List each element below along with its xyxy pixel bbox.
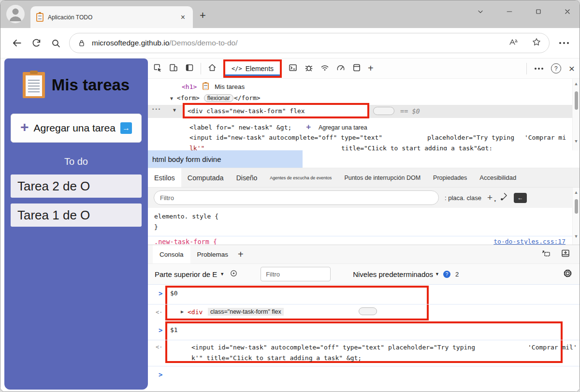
console-panel-icon[interactable]	[288, 63, 298, 74]
console-context-selector[interactable]: Parte superior de E	[155, 270, 217, 278]
tab-title: Aplicación TODO	[48, 14, 179, 21]
expand-caret-icon[interactable]: ▼	[173, 107, 176, 113]
close-devtools-icon[interactable]: ×	[569, 63, 575, 74]
console-drawer: Consola Problemas + Parte superior de E	[148, 245, 580, 392]
console-prompt-icon: >	[159, 290, 162, 297]
scroll-down-icon[interactable]: ▼	[573, 234, 580, 239]
console-prompt-icon: >	[159, 326, 162, 334]
css-rule-row[interactable]: .new-task-form { to-do-styles.css:17	[148, 236, 572, 245]
minimize-button[interactable]	[502, 4, 517, 19]
back-button[interactable]	[7, 33, 27, 53]
url-field[interactable]: microsoftedge.github.io/Demos/demo-to-do…	[69, 33, 550, 53]
styles-scrollbar[interactable]: ▲ ▼	[572, 188, 580, 245]
brush-icon[interactable]	[498, 192, 508, 203]
toggle-sidebar-icon[interactable]: ←	[514, 193, 527, 203]
tab-list-chevron-icon[interactable]	[473, 4, 488, 19]
console-highlight-0	[165, 286, 429, 320]
tab-close-icon[interactable]: ×	[179, 13, 187, 22]
new-style-rule-plus-icon[interactable]: +▾	[487, 192, 493, 203]
expand-caret-icon[interactable]: ▼	[170, 96, 173, 101]
browser-more-menu-icon[interactable]	[555, 42, 573, 44]
flex-badge-pill[interactable]	[359, 307, 377, 315]
tab-elements[interactable]: </> Elements	[225, 61, 280, 76]
device-emulation-icon[interactable]	[169, 63, 178, 74]
flex-badge[interactable]: flexionar	[204, 94, 233, 102]
browser-tab-todo-app[interactable]: Aplicación TODO ×	[30, 6, 193, 28]
task-label: Tarea 2 de O	[17, 179, 90, 194]
tab-estilos[interactable]: Estilos	[148, 168, 181, 187]
scroll-up-icon[interactable]: ▲	[573, 81, 580, 86]
expand-caret-icon[interactable]: ▶	[181, 309, 184, 314]
flex-badge-pill[interactable]	[373, 107, 394, 115]
tab-consola[interactable]: Consola	[153, 245, 190, 263]
console-output-line[interactable]: <input id="new-task" autocomplete="off" …	[191, 344, 475, 351]
console-command[interactable]: $1	[170, 326, 178, 334]
application-storage-icon[interactable]	[352, 63, 362, 74]
inspect-element-icon[interactable]	[153, 63, 162, 74]
todo-section-heading: To do	[4, 156, 148, 167]
activity-bar-layout-icon[interactable]	[185, 63, 194, 74]
tab-accesibilidad[interactable]: Accesibilidad	[473, 168, 522, 187]
node-options-dots-icon[interactable]: •••	[152, 107, 161, 112]
scrollbar-thumb[interactable]	[575, 91, 578, 110]
issues-badge[interactable]: ?	[443, 271, 450, 278]
new-tab-button[interactable]: +	[200, 9, 206, 22]
elements-tab-highlight: </> Elements	[223, 59, 282, 78]
tab-strip: Aplicación TODO × +	[0, 0, 580, 28]
devtools-more-menu-icon[interactable]	[535, 68, 543, 70]
more-tools-plus-icon[interactable]: +	[368, 63, 374, 74]
tree-row-form[interactable]: ▼ <form> flexionar</form>	[170, 94, 261, 102]
undock-drawer-icon[interactable]	[541, 248, 551, 260]
tab-dom-breakpoints[interactable]: Puntos de interrupción DOM	[338, 168, 427, 187]
help-icon[interactable]: ?	[551, 63, 561, 73]
scroll-down-icon[interactable]: ▼	[573, 139, 580, 144]
console-output-tag[interactable]: <div	[188, 308, 203, 316]
styles-filter-input[interactable]	[154, 190, 439, 205]
console-output-line[interactable]: k'" title="C1ick to start adding a task"…	[191, 354, 362, 362]
tree-row-h1[interactable]: <h1> Mis tareas	[182, 83, 245, 90]
breadcrumb[interactable]: html body form divine	[148, 150, 303, 168]
favorites-star-icon[interactable]	[532, 37, 541, 49]
performance-gauge-icon[interactable]	[336, 63, 346, 74]
read-aloud-icon[interactable]	[508, 37, 519, 49]
console-output-attrs[interactable]: class="new-task-form" flex	[208, 308, 284, 316]
tree-scrollbar[interactable]: ▲ ▼	[572, 79, 580, 150]
css-source-link[interactable]: to-do-styles.css:17	[493, 238, 566, 245]
close-window-button[interactable]	[560, 4, 575, 19]
console-filter-input[interactable]	[261, 267, 331, 281]
log-levels-selector[interactable]: Niveles predeterminados	[353, 270, 433, 278]
profile-avatar[interactable]	[6, 5, 25, 23]
network-wifi-icon[interactable]	[320, 63, 330, 74]
console-input-prompt-icon[interactable]: >	[159, 371, 162, 378]
tree-row-label[interactable]: <label for=" new-task" &gt; + Agregar un…	[189, 122, 367, 132]
tree-row-input[interactable]: <input id="new-task" autocomplete="off" …	[189, 134, 382, 141]
live-expression-eye-icon[interactable]	[229, 269, 238, 280]
console-settings-gear-icon[interactable]	[563, 268, 573, 280]
add-task-button[interactable]: + Agregar una tarea →	[11, 114, 142, 143]
element-style-open[interactable]: elemento. style {	[154, 213, 218, 220]
tab-problemas[interactable]: Problemas	[190, 245, 235, 263]
element-style-close[interactable]: }	[154, 223, 158, 231]
home-icon[interactable]	[207, 63, 217, 74]
input-placeholder-frag: placeholder="Try typing	[427, 134, 514, 141]
console-command[interactable]: $0	[170, 290, 178, 297]
refresh-button[interactable]	[27, 33, 46, 53]
task-item[interactable]: Tarea 1 de O	[11, 203, 142, 227]
lock-icon[interactable]	[77, 39, 86, 47]
chevron-down-icon: ▼	[435, 272, 439, 276]
debugger-bug-icon[interactable]	[304, 63, 314, 74]
task-item[interactable]: Tarea 2 de O	[11, 174, 142, 198]
hov-cls-label[interactable]: : placa. clase	[445, 194, 481, 202]
search-icon[interactable]	[46, 33, 65, 53]
scroll-up-icon[interactable]: ▲	[573, 190, 580, 195]
tab-diseno[interactable]: Diseño	[230, 168, 264, 187]
selected-div-highlight[interactable]: <div class="new-task-form" flex	[183, 103, 369, 118]
console-output-value: 'Comprar mil'	[528, 344, 577, 351]
tab-propiedades[interactable]: Propiedades	[427, 168, 473, 187]
scrollbar-thumb[interactable]	[575, 199, 578, 214]
maximize-button[interactable]	[531, 4, 546, 19]
dock-drawer-down-icon[interactable]	[560, 248, 571, 260]
tab-computada[interactable]: Computada	[181, 168, 230, 187]
add-drawer-tab-plus-icon[interactable]: +	[235, 249, 246, 260]
tab-event-listeners[interactable]: Agentes de escucha de eventos	[263, 168, 338, 187]
